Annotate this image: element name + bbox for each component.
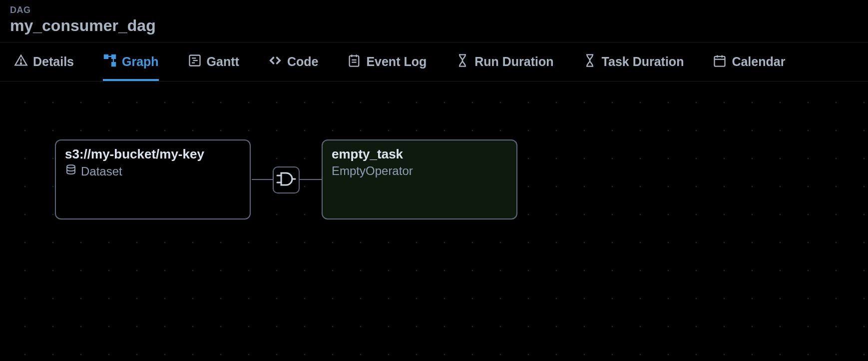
graph-icon [103, 54, 117, 70]
node-subtitle-row: Dataset [65, 164, 241, 179]
svg-point-18 [67, 165, 75, 168]
warning-triangle-icon [14, 54, 28, 70]
tab-label: Run Duration [474, 54, 553, 69]
and-gate-icon [276, 169, 296, 191]
tab-label: Code [287, 54, 319, 69]
hourglass-icon [583, 54, 597, 70]
dag-title: my_consumer_dag [10, 16, 858, 35]
tab-event-log[interactable]: Event Log [347, 42, 427, 81]
trigger-rule-gate [273, 166, 300, 194]
calendar-icon [713, 54, 727, 70]
page-header: DAG my_consumer_dag [0, 0, 868, 42]
svg-rect-14 [715, 56, 725, 66]
tab-label: Graph [122, 54, 159, 69]
node-subtitle: Dataset [81, 164, 122, 178]
node-title: s3://my-bucket/my-key [65, 146, 241, 162]
header-type-label: DAG [10, 5, 858, 16]
hourglass-icon [455, 54, 469, 70]
graph-canvas[interactable]: s3://my-bucket/my-key Dataset empty_task… [0, 82, 868, 356]
tab-task-duration[interactable]: Task Duration [583, 42, 684, 81]
tab-details[interactable]: Details [14, 42, 74, 81]
view-tabs: Details Graph Gantt Code Event Log Run D… [0, 42, 868, 82]
graph-node-dataset[interactable]: s3://my-bucket/my-key Dataset [55, 140, 251, 220]
tab-label: Calendar [732, 54, 785, 69]
gantt-icon [188, 54, 202, 70]
tab-label: Details [33, 54, 74, 69]
tab-graph[interactable]: Graph [103, 42, 159, 81]
node-subtitle-row: EmptyOperator [332, 164, 507, 178]
svg-rect-2 [104, 54, 108, 58]
tab-label: Task Duration [602, 54, 684, 69]
tab-label: Gantt [207, 54, 239, 69]
database-icon [65, 164, 77, 179]
tab-gantt[interactable]: Gantt [188, 42, 239, 81]
tab-calendar[interactable]: Calendar [713, 42, 785, 81]
node-title: empty_task [332, 146, 507, 162]
event-log-icon [347, 54, 361, 70]
tab-code[interactable]: Code [268, 42, 319, 81]
tab-run-duration[interactable]: Run Duration [455, 42, 553, 81]
tab-label: Event Log [366, 54, 427, 69]
svg-point-1 [20, 62, 21, 64]
graph-node-task[interactable]: empty_task EmptyOperator [322, 140, 517, 220]
node-subtitle: EmptyOperator [332, 164, 413, 178]
svg-rect-4 [111, 62, 115, 66]
code-icon [268, 54, 282, 70]
svg-rect-3 [111, 54, 115, 58]
svg-rect-9 [350, 56, 359, 66]
